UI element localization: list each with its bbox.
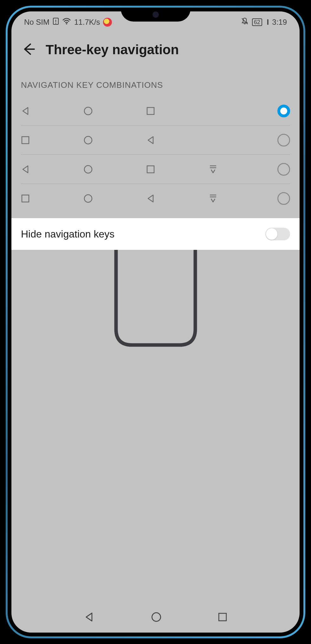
back-key-icon [21, 106, 83, 116]
notification-key-icon [209, 194, 271, 203]
nav-preview-illustration [11, 250, 300, 355]
nav-option-row-4[interactable] [21, 184, 290, 213]
wifi-icon [62, 18, 71, 27]
section-label: NAVIGATION KEY COMBINATIONS [11, 68, 300, 96]
phone-frame: No SIM 11.7K/s 62 [0, 0, 311, 644]
svg-point-3 [66, 23, 67, 24]
nav-option-row-3[interactable] [21, 155, 290, 184]
radio-option-4[interactable] [277, 192, 290, 205]
network-speed: 11.7K/s [74, 18, 100, 27]
screen: No SIM 11.7K/s 62 [11, 11, 300, 633]
nav-option-row-2[interactable] [21, 126, 290, 155]
back-key-icon [146, 135, 209, 145]
system-recent-button[interactable] [218, 612, 227, 623]
battery-tip: I [265, 18, 269, 27]
svg-point-8 [84, 136, 92, 144]
page-title: Three-key navigation [46, 42, 179, 57]
home-key-icon [83, 165, 146, 174]
notification-key-icon [209, 165, 271, 174]
back-key-icon [21, 165, 83, 174]
app-header: Three-key navigation [11, 29, 300, 68]
svg-rect-13 [22, 195, 29, 202]
system-home-button[interactable] [151, 612, 162, 624]
svg-rect-6 [147, 107, 154, 114]
hide-nav-label: Hide navigation keys [21, 228, 114, 240]
status-left: No SIM 11.7K/s [24, 17, 112, 27]
recent-key-icon [21, 136, 83, 145]
clock: 3:19 [272, 18, 287, 27]
svg-point-17 [152, 613, 160, 621]
system-nav-bar [11, 612, 300, 624]
status-right: 62 I 3:19 [241, 17, 287, 27]
svg-point-14 [84, 195, 92, 202]
svg-point-9 [84, 166, 92, 173]
svg-rect-18 [219, 613, 226, 621]
home-key-icon [83, 194, 146, 203]
system-back-button[interactable] [84, 612, 95, 624]
weibo-icon [103, 18, 112, 27]
mute-icon [241, 17, 249, 27]
svg-point-5 [84, 107, 92, 115]
recent-key-icon [146, 107, 209, 115]
hide-nav-row: Hide navigation keys [11, 218, 300, 250]
svg-rect-10 [147, 166, 154, 173]
radio-option-2[interactable] [277, 134, 290, 146]
hide-nav-toggle[interactable] [265, 228, 290, 240]
radio-option-3[interactable] [277, 163, 290, 176]
back-key-icon [146, 194, 209, 203]
recent-key-icon [21, 194, 83, 203]
back-button[interactable] [21, 42, 36, 58]
recent-key-icon [146, 165, 209, 174]
home-key-icon [83, 106, 146, 116]
phone-bezel-outer: No SIM 11.7K/s 62 [6, 6, 305, 638]
sim-status: No SIM [24, 18, 49, 27]
sim-alert-icon [53, 17, 59, 27]
nav-key-options [11, 96, 300, 213]
phone-bezel-inner: No SIM 11.7K/s 62 [8, 8, 303, 636]
notch [121, 8, 191, 22]
nav-option-row-1[interactable] [21, 96, 290, 126]
battery-level: 62 [252, 18, 262, 26]
toggle-knob [266, 228, 277, 240]
svg-point-2 [55, 23, 56, 23]
home-key-icon [83, 135, 146, 145]
svg-rect-7 [22, 137, 29, 144]
radio-option-1[interactable] [277, 105, 290, 117]
svg-line-4 [242, 18, 248, 24]
